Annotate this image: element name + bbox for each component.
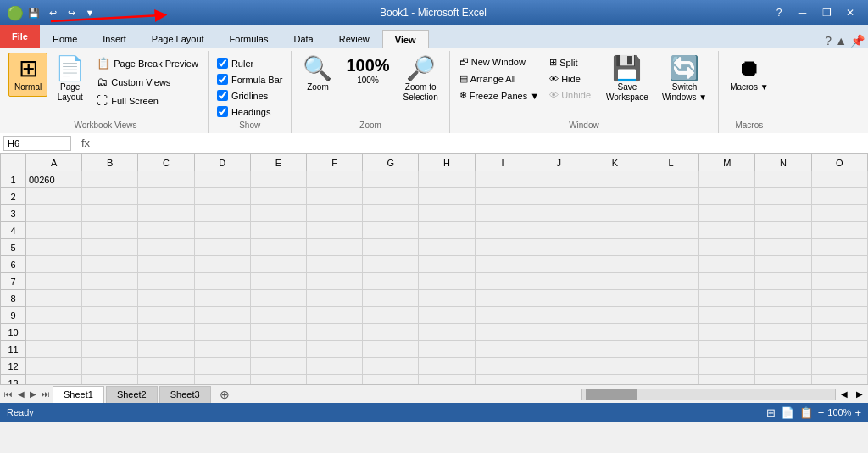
cell-F5[interactable] bbox=[306, 239, 362, 256]
collapse-ribbon-icon[interactable]: ▲ bbox=[835, 34, 847, 48]
cell-F12[interactable] bbox=[306, 358, 362, 375]
cell-L11[interactable] bbox=[643, 341, 699, 358]
cell-A8[interactable] bbox=[26, 290, 82, 307]
cell-M1[interactable] bbox=[699, 171, 755, 188]
cell-G13[interactable] bbox=[363, 375, 419, 385]
cell-C1[interactable] bbox=[138, 171, 194, 188]
cell-J11[interactable] bbox=[531, 341, 587, 358]
cell-A3[interactable] bbox=[26, 205, 82, 222]
cell-N11[interactable] bbox=[755, 341, 811, 358]
cell-A10[interactable] bbox=[26, 324, 82, 341]
cell-J4[interactable] bbox=[531, 222, 587, 239]
cell-M5[interactable] bbox=[699, 239, 755, 256]
cell-I10[interactable] bbox=[475, 324, 531, 341]
cell-G4[interactable] bbox=[363, 222, 419, 239]
gridlines-check[interactable]: Gridlines bbox=[214, 88, 287, 103]
sheet-nav-next[interactable]: ▶ bbox=[27, 388, 39, 400]
cell-B13[interactable] bbox=[82, 375, 138, 385]
cell-M12[interactable] bbox=[699, 358, 755, 375]
cell-E10[interactable] bbox=[250, 324, 306, 341]
sheet-nav-first[interactable]: ⏮ bbox=[2, 388, 15, 400]
cell-E9[interactable] bbox=[250, 307, 306, 324]
cell-B1[interactable] bbox=[82, 171, 138, 188]
add-sheet-btn[interactable]: ⊕ bbox=[216, 388, 233, 401]
cell-O11[interactable] bbox=[811, 341, 867, 358]
cell-D1[interactable] bbox=[194, 171, 250, 188]
cell-L8[interactable] bbox=[643, 290, 699, 307]
tab-view[interactable]: View bbox=[382, 30, 429, 48]
cell-N12[interactable] bbox=[755, 358, 811, 375]
tab-insert[interactable]: Insert bbox=[90, 29, 139, 48]
cell-E4[interactable] bbox=[250, 222, 306, 239]
cell-N13[interactable] bbox=[755, 375, 811, 385]
cell-B3[interactable] bbox=[82, 205, 138, 222]
cell-J7[interactable] bbox=[531, 273, 587, 290]
cell-M7[interactable] bbox=[699, 273, 755, 290]
cell-B8[interactable] bbox=[82, 290, 138, 307]
ruler-check[interactable]: Ruler bbox=[214, 56, 287, 70]
cell-J6[interactable] bbox=[531, 256, 587, 273]
cell-F13[interactable] bbox=[306, 375, 362, 385]
cell-E8[interactable] bbox=[250, 290, 306, 307]
cell-L6[interactable] bbox=[643, 256, 699, 273]
cell-L3[interactable] bbox=[643, 205, 699, 222]
new-window-btn[interactable]: 🗗 New Window bbox=[455, 54, 543, 70]
restore-btn[interactable]: ❐ bbox=[815, 4, 837, 21]
cell-C7[interactable] bbox=[138, 273, 194, 290]
formula-bar-check[interactable]: Formula Bar bbox=[214, 72, 287, 87]
cell-E12[interactable] bbox=[250, 358, 306, 375]
cell-L4[interactable] bbox=[643, 222, 699, 239]
cell-I3[interactable] bbox=[475, 205, 531, 222]
cell-O13[interactable] bbox=[811, 375, 867, 385]
grid-scroll-area[interactable]: A B C D E F G H I J K L M N O bbox=[0, 154, 868, 384]
cell-K12[interactable] bbox=[587, 358, 643, 375]
cell-G12[interactable] bbox=[363, 358, 419, 375]
cell-B5[interactable] bbox=[82, 239, 138, 256]
cell-M3[interactable] bbox=[699, 205, 755, 222]
help-btn[interactable]: ? bbox=[768, 4, 790, 21]
cell-L2[interactable] bbox=[643, 188, 699, 205]
cell-M8[interactable] bbox=[699, 290, 755, 307]
undo-quick-btn[interactable]: ↩ bbox=[44, 4, 61, 21]
cell-E2[interactable] bbox=[250, 188, 306, 205]
close-btn[interactable]: ✕ bbox=[839, 4, 861, 21]
cell-K5[interactable] bbox=[587, 239, 643, 256]
cell-H13[interactable] bbox=[419, 375, 475, 385]
cell-O4[interactable] bbox=[811, 222, 867, 239]
horizontal-scrollbar[interactable] bbox=[581, 389, 836, 400]
cell-C11[interactable] bbox=[138, 341, 194, 358]
cell-F7[interactable] bbox=[306, 273, 362, 290]
cell-K10[interactable] bbox=[587, 324, 643, 341]
cell-H8[interactable] bbox=[419, 290, 475, 307]
cell-O3[interactable] bbox=[811, 205, 867, 222]
cell-K9[interactable] bbox=[587, 307, 643, 324]
zoom-out-btn[interactable]: − bbox=[818, 406, 825, 419]
cell-J8[interactable] bbox=[531, 290, 587, 307]
cell-G11[interactable] bbox=[363, 341, 419, 358]
cell-K7[interactable] bbox=[587, 273, 643, 290]
cell-K6[interactable] bbox=[587, 256, 643, 273]
headings-check[interactable]: Headings bbox=[214, 104, 287, 119]
cell-O7[interactable] bbox=[811, 273, 867, 290]
cell-G7[interactable] bbox=[363, 273, 419, 290]
cell-N7[interactable] bbox=[755, 273, 811, 290]
cell-C12[interactable] bbox=[138, 358, 194, 375]
cell-C6[interactable] bbox=[138, 256, 194, 273]
cell-L10[interactable] bbox=[643, 324, 699, 341]
cell-D13[interactable] bbox=[194, 375, 250, 385]
cell-J13[interactable] bbox=[531, 375, 587, 385]
cell-H2[interactable] bbox=[419, 188, 475, 205]
cell-K13[interactable] bbox=[587, 375, 643, 385]
cell-H3[interactable] bbox=[419, 205, 475, 222]
cell-L13[interactable] bbox=[643, 375, 699, 385]
normal-view-btn[interactable]: ⊞ Normal bbox=[8, 53, 47, 97]
cell-K2[interactable] bbox=[587, 188, 643, 205]
cell-B7[interactable] bbox=[82, 273, 138, 290]
zoom-btn[interactable]: 🔍 Zoom bbox=[297, 53, 338, 97]
normal-view-status-btn[interactable]: ⊞ bbox=[766, 406, 776, 419]
cell-C4[interactable] bbox=[138, 222, 194, 239]
cell-F4[interactable] bbox=[306, 222, 362, 239]
sheet-tab-3[interactable]: Sheet3 bbox=[159, 386, 211, 403]
cell-K8[interactable] bbox=[587, 290, 643, 307]
cell-I13[interactable] bbox=[475, 375, 531, 385]
